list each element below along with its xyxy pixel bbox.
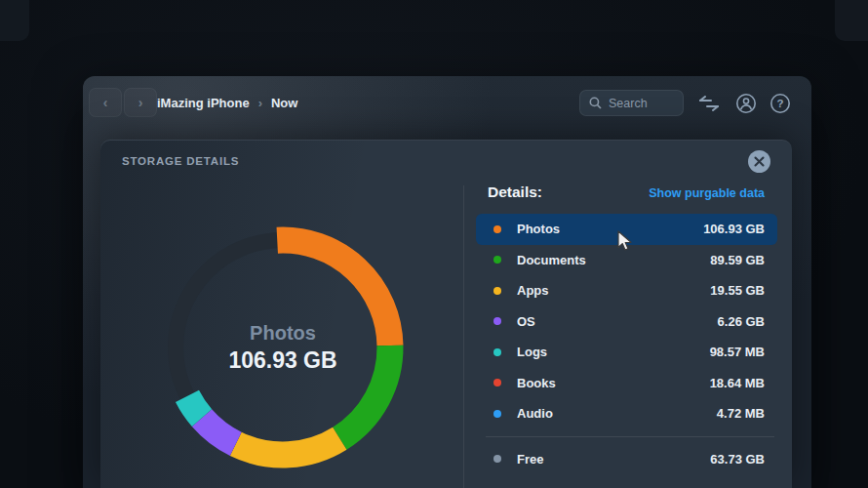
- category-label: Apps: [517, 283, 549, 298]
- category-color-dot: [493, 379, 501, 386]
- category-value: 89.59 GB: [710, 253, 765, 267]
- category-value: 19.55 GB: [710, 283, 765, 298]
- toolbar: ‹ › iMazing iPhone › Now Search: [83, 76, 811, 129]
- donut-svg: [146, 211, 419, 484]
- category-value: 98.57 MB: [710, 345, 765, 359]
- history-nav: ‹ ›: [89, 88, 157, 117]
- breadcrumb-section[interactable]: Now: [271, 96, 297, 110]
- free-row[interactable]: Free 63.73 GB: [486, 444, 774, 475]
- donut-segment-os[interactable]: [202, 418, 236, 444]
- category-label: Photos: [517, 222, 560, 236]
- category-color-dot: [493, 455, 501, 463]
- storage-row[interactable]: Logs 98.57 MB: [486, 337, 774, 368]
- category-value: 18.64 MB: [710, 376, 765, 390]
- forward-button[interactable]: ›: [124, 88, 157, 117]
- category-color-dot: [493, 225, 501, 233]
- storage-details-panel: STORAGE DETAILS Photos 106.93 GB Details…: [100, 140, 792, 488]
- category-value: 106.93 GB: [703, 222, 765, 236]
- category-color-dot: [493, 256, 501, 264]
- donut-segment-logs[interactable]: [187, 396, 202, 418]
- background-shape: [0, 0, 29, 41]
- background-shape: [835, 0, 868, 41]
- category-color-dot: [493, 317, 501, 325]
- details-column: Details: Show purgable data Photos 106.9…: [486, 183, 774, 474]
- donut-segment-documents[interactable]: [339, 346, 390, 438]
- category-color-dot: [493, 410, 501, 418]
- breadcrumb: iMazing iPhone › Now: [157, 76, 297, 129]
- panel-divider: [463, 185, 464, 488]
- svg-text:?: ?: [776, 98, 783, 109]
- storage-row[interactable]: Documents 89.59 GB: [486, 245, 774, 276]
- category-value: 6.26 GB: [718, 314, 765, 329]
- details-header: Details: Show purgable data: [486, 183, 774, 201]
- help-icon[interactable]: ?: [769, 92, 792, 115]
- storage-row[interactable]: OS 6.26 GB: [486, 306, 774, 338]
- storage-row[interactable]: Audio 4.72 MB: [486, 398, 774, 429]
- close-icon[interactable]: [748, 150, 770, 173]
- breadcrumb-device[interactable]: iMazing iPhone: [157, 96, 250, 110]
- category-value: 4.72 MB: [717, 406, 765, 421]
- category-value: 63.73 GB: [710, 452, 765, 467]
- account-icon[interactable]: [734, 92, 758, 115]
- donut-segment-photos[interactable]: [277, 240, 390, 346]
- transfer-icon[interactable]: [697, 92, 721, 115]
- details-title: Details:: [488, 183, 542, 201]
- storage-rows: Photos 106.93 GB Documents 89.59 GB Apps…: [486, 214, 774, 429]
- category-label: Books: [517, 376, 556, 390]
- category-label: OS: [517, 314, 535, 329]
- search-icon: [589, 97, 602, 109]
- search-placeholder: Search: [609, 97, 648, 110]
- storage-row[interactable]: Books 18.64 MB: [486, 368, 774, 399]
- free-row-separator: [486, 436, 774, 437]
- category-label: Free: [517, 452, 543, 467]
- search-input[interactable]: Search: [579, 90, 684, 116]
- storage-donut-chart: Photos 106.93 GB: [146, 211, 419, 484]
- category-color-dot: [493, 287, 501, 295]
- storage-row[interactable]: Apps 19.55 GB: [486, 275, 774, 306]
- show-purgable-data-link[interactable]: Show purgable data: [649, 186, 765, 200]
- screenshot-stage: ‹ › iMazing iPhone › Now Search: [0, 0, 868, 488]
- storage-row[interactable]: Photos 106.93 GB: [476, 214, 777, 245]
- category-label: Documents: [517, 253, 586, 267]
- category-label: Audio: [517, 406, 553, 421]
- back-button[interactable]: ‹: [89, 88, 122, 117]
- category-label: Logs: [517, 345, 547, 359]
- breadcrumb-separator-icon: ›: [258, 96, 262, 110]
- panel-title: STORAGE DETAILS: [122, 155, 239, 167]
- donut-segment-apps[interactable]: [236, 438, 340, 455]
- category-color-dot: [493, 348, 501, 356]
